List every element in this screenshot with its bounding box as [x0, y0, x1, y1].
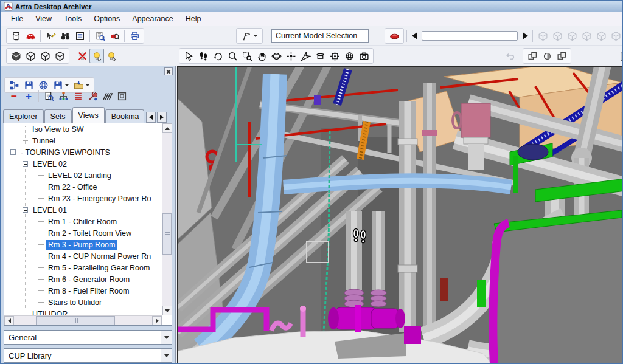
selection-mode-button[interactable] — [238, 29, 260, 43]
tree-item[interactable]: UTILIDOR — [4, 308, 162, 315]
frame-button[interactable] — [114, 89, 129, 103]
select-solid-cube-button[interactable] — [9, 49, 23, 63]
tab-sets[interactable]: Sets — [44, 109, 72, 123]
hatch-button[interactable] — [100, 89, 114, 103]
tree-item[interactable]: Rm 4 - CUP Normal Power Rn — [4, 250, 162, 262]
orbit-button[interactable] — [269, 49, 284, 63]
scroll-thumb[interactable] — [162, 213, 172, 255]
tree-item-selected[interactable]: Rm 3 - Pump Room — [4, 239, 162, 250]
select-pointer-button[interactable] — [181, 49, 196, 63]
highlight-button[interactable] — [104, 49, 119, 63]
select-cube-button[interactable] — [23, 49, 38, 63]
pick-cube-button[interactable] — [38, 49, 52, 63]
tree-expander[interactable] — [10, 149, 16, 155]
camera-button[interactable] — [357, 49, 371, 63]
menu-view[interactable]: View — [29, 13, 58, 25]
pan-button[interactable] — [254, 49, 269, 63]
compare-models-button[interactable] — [525, 49, 540, 63]
walk-button[interactable] — [196, 49, 211, 63]
spin-ball-button[interactable] — [342, 49, 357, 63]
tab-views[interactable]: Views — [72, 107, 105, 123]
tree-item[interactable]: LEVEL 02 — [4, 158, 162, 170]
highlight-on-button[interactable] — [89, 49, 104, 63]
focus-button[interactable] — [327, 49, 342, 63]
menu-appearance[interactable]: Appearance — [126, 13, 179, 25]
menu-options[interactable]: Options — [88, 13, 126, 25]
menu-file[interactable]: File — [5, 13, 29, 25]
tree-item[interactable]: Rm 5 - Paralleling Gear Room — [4, 262, 162, 273]
hide-button[interactable] — [75, 49, 89, 63]
add-view-button[interactable]: + — [21, 89, 36, 103]
tools-button[interactable] — [85, 89, 100, 103]
dropdown-button[interactable] — [161, 331, 172, 344]
tree-item[interactable]: Tunnel — [4, 135, 162, 146]
scroll-down-button[interactable] — [162, 306, 172, 315]
undo-view-button[interactable] — [503, 49, 517, 63]
dropdown-button[interactable] — [161, 349, 172, 362]
tree-item[interactable]: Rm 8 - Fuel Filter Room — [4, 285, 162, 297]
model-cube-1-button[interactable] — [535, 29, 550, 43]
tab-scroll-left-button[interactable] — [146, 112, 156, 123]
tree-item[interactable]: - TOURING VIEWPOINTS — [4, 146, 162, 158]
print-button[interactable] — [127, 29, 142, 43]
fly-button[interactable] — [298, 49, 313, 63]
drive-model-button[interactable] — [23, 29, 38, 43]
tree-item[interactable]: Rm 6 - Generator Room — [4, 273, 162, 285]
open-model-button[interactable] — [9, 29, 23, 43]
tab-bookmarks[interactable]: Bookma — [105, 109, 144, 123]
model-cube-4-button[interactable] — [579, 29, 594, 43]
find-button[interactable] — [58, 29, 72, 43]
tree-item[interactable]: Rm 23 - Emergency Power Ro — [4, 193, 162, 204]
tree-horizontal-scrollbar[interactable] — [4, 315, 162, 325]
transparency-button[interactable] — [540, 49, 554, 63]
tab-scroll-right-button[interactable] — [157, 112, 167, 123]
tree-item[interactable]: LEVEL 01 — [4, 204, 162, 216]
tree-expander[interactable] — [23, 161, 28, 167]
tree-item[interactable]: Rm 2 - Toilet Room View — [4, 227, 162, 239]
tree-item[interactable]: Rm 1 - Chiller Room — [4, 216, 162, 227]
preview-button[interactable] — [41, 89, 56, 103]
organize-button[interactable] — [56, 89, 71, 103]
box-cube-button[interactable] — [52, 49, 67, 63]
merge-models-button[interactable] — [554, 49, 569, 63]
scroll-right-button[interactable] — [152, 316, 162, 326]
turntable-button[interactable] — [313, 49, 327, 63]
examine-button[interactable] — [284, 49, 298, 63]
title-bar[interactable]: A Artra Desktop Archiver — [1, 1, 622, 12]
inspect-material-button[interactable] — [107, 29, 122, 43]
model-cube-5-button[interactable] — [594, 29, 608, 43]
list-properties-button[interactable] — [71, 89, 85, 103]
animation-slider[interactable] — [422, 31, 518, 41]
scroll-left-button[interactable] — [4, 316, 14, 326]
scroll-thumb[interactable] — [36, 316, 115, 325]
category-combobox[interactable]: General — [4, 330, 172, 345]
turn-button[interactable] — [211, 49, 225, 63]
zoom-window-button[interactable] — [240, 49, 254, 63]
menu-help[interactable]: Help — [179, 13, 207, 25]
model-cube-2-button[interactable] — [550, 29, 565, 43]
zoom-button[interactable] — [225, 49, 240, 63]
model-cube-6-button[interactable] — [608, 29, 623, 43]
step-back-button[interactable] — [409, 30, 419, 42]
library-combobox[interactable]: CUP Library — [4, 348, 172, 363]
tree-item[interactable]: Stairs to Utilidor — [4, 297, 162, 308]
edit-selection-button[interactable] — [43, 29, 58, 43]
viewport-3d[interactable] — [177, 66, 622, 364]
model-cube-3-button[interactable] — [565, 29, 579, 43]
animation-play-button[interactable] — [387, 29, 402, 43]
tree-item[interactable]: Iso View to SW — [4, 123, 162, 135]
form-list-button[interactable] — [72, 29, 87, 43]
clipboard-button[interactable] — [617, 49, 623, 63]
step-forward-button[interactable] — [520, 30, 530, 42]
tree-item[interactable]: Rm 22 - Office — [4, 181, 162, 193]
tree-expander[interactable] — [23, 207, 28, 213]
scroll-up-button[interactable] — [162, 123, 172, 133]
menu-tools[interactable]: Tools — [58, 13, 88, 25]
preview-document-button[interactable] — [92, 29, 107, 43]
tree-vertical-scrollbar[interactable] — [162, 123, 172, 315]
tree-item[interactable]: LEVEL 02 Landing — [4, 170, 162, 181]
tab-explorer[interactable]: Explorer — [3, 109, 44, 123]
remove-view-button[interactable]: − — [7, 89, 21, 103]
model-selection-box[interactable]: Current Model Selection — [271, 29, 369, 43]
panel-close-button[interactable] — [164, 67, 173, 75]
